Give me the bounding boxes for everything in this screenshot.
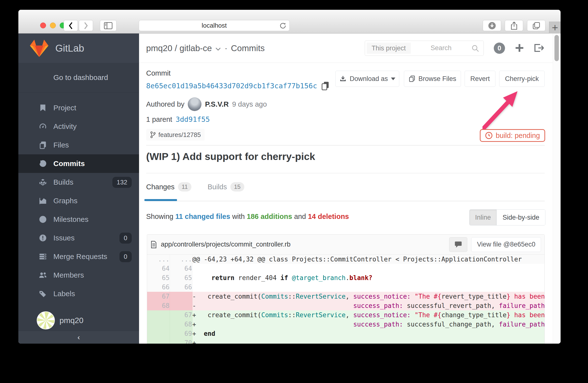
new-project-plus-icon[interactable] — [514, 43, 525, 53]
view-file-button[interactable]: View file @8e65ec0 — [471, 237, 541, 252]
breadcrumb-project-link[interactable]: pmq20 / gitlab-ce — [146, 43, 212, 53]
new-line-number[interactable]: 64 — [170, 264, 192, 273]
code-line: return render_404 if @target_branch.blan… — [192, 273, 545, 283]
sidebar-item-builds[interactable]: Builds132 — [18, 173, 139, 192]
collapse-chevron-icon: ‹ — [78, 333, 80, 342]
exclamation-circle-icon — [39, 233, 47, 242]
old-line-number[interactable] — [147, 329, 170, 338]
old-line-number[interactable]: 66 — [147, 283, 170, 292]
new-line-number[interactable]: 65 — [170, 273, 192, 283]
diff-row: 68+ success_path: successful_change_path… — [147, 320, 545, 329]
sidebar-item-members[interactable]: Members — [18, 266, 139, 285]
sidebar-item-label: Commits — [53, 159, 85, 168]
diff-summary: Showing 11 changed files with 186 additi… — [146, 212, 349, 221]
new-line-number[interactable] — [170, 292, 192, 301]
code-line: + create_commit(Commits::RevertService, … — [192, 310, 545, 320]
sidebar-item-graphs[interactable]: Graphs — [18, 192, 139, 210]
sidebar-item-files[interactable]: Files — [18, 136, 139, 154]
builds-count-badge: 15 — [230, 182, 244, 192]
diff-view-toggle: Inline Side-by-side — [469, 209, 546, 226]
old-line-number[interactable]: 64 — [147, 264, 170, 273]
clock-icon — [39, 215, 47, 224]
side-by-side-view-button[interactable]: Side-by-side — [497, 210, 545, 225]
inline-view-button[interactable]: Inline — [469, 210, 497, 225]
sidebar-item-label: Activity — [53, 122, 77, 131]
revert-button[interactable]: Revert — [465, 71, 495, 87]
search-placeholder: Search — [431, 44, 452, 52]
sidebar-item-issues[interactable]: Issues0 — [18, 229, 139, 247]
copy-to-clipboard-icon[interactable] — [321, 81, 330, 91]
close-window-button[interactable] — [40, 22, 46, 28]
chevron-right-icon — [83, 21, 89, 30]
branch-ref-link[interactable]: features/12785 — [146, 129, 205, 141]
old-line-number[interactable]: 65 — [147, 273, 170, 283]
sidebar-item-user[interactable]: pmq20 — [18, 309, 139, 332]
build-status-badge[interactable]: build: pending — [480, 129, 545, 142]
browser-window: localhost + GitLab — [18, 10, 561, 344]
old-line-number[interactable]: 68 — [147, 301, 170, 310]
url-bar[interactable]: localhost — [139, 20, 290, 31]
parent-sha-link[interactable]: 3dd91f55 — [175, 115, 210, 123]
todos-counter-button[interactable]: 0 — [494, 42, 505, 54]
sidebar-item-activity[interactable]: Activity — [18, 117, 139, 136]
tab-builds[interactable]: Builds15 — [208, 182, 244, 192]
file-comment-button[interactable] — [449, 237, 467, 252]
sidebar-collapse-button[interactable]: ‹ — [18, 331, 139, 344]
code-line — [192, 283, 545, 292]
authored-by-label: Authored by — [146, 100, 184, 108]
new-line-number[interactable]: 70 — [170, 338, 192, 344]
reload-icon[interactable] — [279, 22, 286, 30]
new-line-number[interactable] — [170, 301, 192, 310]
divider — [146, 145, 545, 146]
gitlab-brand[interactable]: GitLab — [18, 34, 139, 63]
old-line-number[interactable]: ... — [147, 255, 170, 264]
scrollbar-thumb[interactable] — [554, 35, 559, 61]
download-circle-icon — [488, 21, 496, 30]
new-line-number[interactable]: 69 — [170, 329, 192, 338]
sidebar-item-label: Issues — [53, 234, 75, 242]
changed-files-link[interactable]: 11 changed files — [175, 212, 230, 220]
cherry-pick-button[interactable]: Cherry-pick — [499, 71, 545, 87]
commit-title: (WIP 1) Add support for cherry-pick — [146, 151, 315, 162]
old-line-number[interactable]: 67 — [147, 292, 170, 301]
caret-down-icon — [391, 77, 395, 80]
old-line-number[interactable] — [147, 338, 170, 344]
diff-file-box: app/controllers/projects/commit_controll… — [147, 234, 545, 344]
sidebar-item-labels[interactable]: Labels — [18, 285, 139, 303]
commit-sha: 8e65ec01d19a5b46433d702d9cb1f3caf77b156c — [146, 82, 317, 90]
chevron-left-icon — [68, 21, 73, 30]
share-button[interactable] — [505, 20, 523, 31]
new-line-number[interactable]: 68 — [170, 320, 192, 329]
sidebar-item-project[interactable]: Project — [18, 98, 139, 117]
new-line-number[interactable]: 67 — [170, 310, 192, 320]
sidebar-item-commits[interactable]: Commits — [18, 154, 139, 173]
downloads-button[interactable] — [483, 20, 501, 31]
tab-changes[interactable]: Changes11 — [146, 182, 191, 192]
forward-button[interactable] — [79, 20, 93, 31]
new-line-number[interactable]: ... — [170, 255, 192, 264]
chevron-down-icon[interactable] — [215, 47, 221, 51]
search-input[interactable]: This project Search — [365, 41, 484, 56]
old-line-number[interactable] — [147, 310, 170, 320]
tags-icon — [39, 289, 47, 298]
new-line-number[interactable]: 66 — [170, 283, 192, 292]
diff-row: 68- success_path: successful_revert_path… — [147, 301, 545, 310]
download-as-button[interactable]: Download as — [335, 71, 399, 87]
old-line-number[interactable] — [147, 320, 170, 329]
new-tab-button[interactable]: + — [549, 21, 561, 34]
file-path-link[interactable]: app/controllers/projects/commit_controll… — [161, 241, 291, 248]
tab-overview-button[interactable] — [527, 20, 546, 31]
sidebar-toggle-button[interactable] — [100, 20, 117, 31]
minimize-window-button[interactable] — [50, 22, 56, 28]
sidebar-item-milestones[interactable]: Milestones — [18, 210, 139, 229]
sidebar-item-merge-requests[interactable]: Merge Requests0 — [18, 247, 139, 266]
bookmark-icon — [39, 103, 47, 112]
sidebar-item-go-to-dashboard[interactable]: Go to dashboard — [18, 63, 139, 93]
page-header: pmq20 / gitlab-ce · Commits This project… — [139, 34, 561, 63]
browse-files-button[interactable]: Browse Files — [404, 71, 461, 87]
sign-out-icon[interactable] — [533, 43, 545, 53]
download-icon — [339, 75, 347, 82]
author-name-link[interactable]: P.S.V.R — [205, 100, 229, 108]
brand-name: GitLab — [55, 43, 84, 54]
back-button[interactable] — [64, 20, 78, 31]
